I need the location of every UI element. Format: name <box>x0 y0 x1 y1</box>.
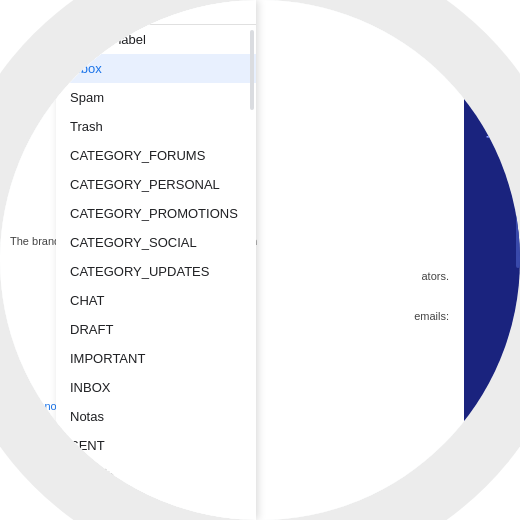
dropdown-item[interactable]: IMPORTANT <box>56 344 256 373</box>
email-link[interactable]: @labnol <box>19 400 60 412</box>
dropdown-item[interactable]: INBOX <box>56 373 256 402</box>
dropdown-item[interactable]: CATEGORY_UPDATES <box>56 257 256 286</box>
dropdown-item[interactable]: Notas <box>56 402 256 431</box>
email-right-text-2: emails: <box>414 310 449 322</box>
dropdown-item[interactable]: Spam <box>56 83 256 112</box>
add-label-button[interactable]: + <box>486 124 499 150</box>
label-dropdown: Search Choose label InboxSpamTrashCATEGO… <box>56 0 256 520</box>
dropdown-search-label: Search <box>56 0 256 25</box>
dropdown-item[interactable]: CATEGORY_SOCIAL <box>56 228 256 257</box>
sidebar-scrollbar <box>516 208 520 268</box>
dropdown-item[interactable]: CATEGORY_PERSONAL <box>56 170 256 199</box>
email-right-text-1: ators. <box>421 270 449 282</box>
dropdown-item[interactable]: SPAM <box>56 460 256 489</box>
dropdown-items-list: Choose label InboxSpamTrashCATEGORY_FORU… <box>56 25 256 520</box>
dropdown-item[interactable]: CATEGORY_PROMOTIONS <box>56 199 256 228</box>
dropdown-item[interactable]: STARRED <box>56 489 256 518</box>
dropdown-item[interactable]: SENT <box>56 431 256 460</box>
sidebar: ✉ ➤ + <box>464 0 520 520</box>
dropdown-item[interactable]: Inbox <box>56 54 256 83</box>
dropdown-scrollbar <box>250 30 254 110</box>
dropdown-item[interactable]: CATEGORY_FORUMS <box>56 141 256 170</box>
mail-icon[interactable]: ✉ <box>472 20 512 60</box>
dropdown-item[interactable]: Trash <box>56 112 256 141</box>
dropdown-item[interactable]: CHAT <box>56 286 256 315</box>
send-icon[interactable]: ➤ <box>474 72 510 108</box>
sidebar-top-bar <box>464 0 520 12</box>
dropdown-item[interactable]: DRAFT <box>56 315 256 344</box>
choose-label-item[interactable]: Choose label <box>56 25 256 54</box>
